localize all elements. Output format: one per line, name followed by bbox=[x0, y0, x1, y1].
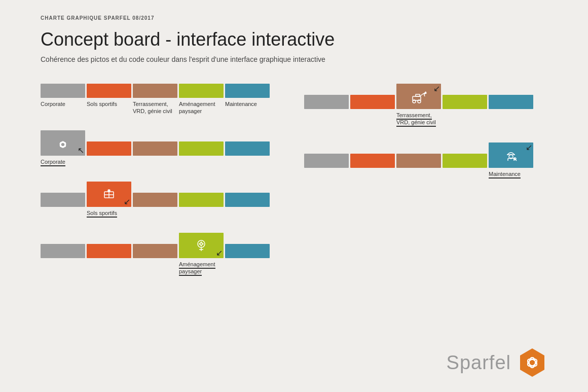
svg-point-12 bbox=[200, 243, 203, 245]
right-bar-amenagement-2[interactable] bbox=[443, 154, 487, 168]
main-title: Concept board - interface interactive bbox=[41, 29, 547, 50]
right-bar-amenagement-1[interactable] bbox=[443, 95, 487, 109]
svg-marker-27 bbox=[520, 348, 544, 377]
right-bars-row-2: ↙ bbox=[304, 142, 547, 168]
bars-row-1 bbox=[41, 84, 284, 98]
right-bar-sols-2[interactable] bbox=[350, 154, 395, 168]
label-amenagement-1: Aménagement paysager bbox=[179, 100, 224, 115]
bar-terrassement-1[interactable] bbox=[133, 84, 177, 98]
bar-corporate-1[interactable] bbox=[41, 84, 85, 98]
bars-row-3: ↙ bbox=[41, 182, 284, 207]
bar-amenagement-3[interactable] bbox=[179, 193, 224, 207]
label-sols-1: Sols sportifs bbox=[87, 100, 131, 115]
bars-row-2: ↖ bbox=[41, 130, 284, 156]
svg-point-4 bbox=[59, 141, 66, 148]
label-maintenance-1: Maintenance bbox=[225, 100, 270, 115]
bar-sols-2[interactable] bbox=[87, 141, 131, 156]
svg-rect-22 bbox=[416, 94, 420, 96]
bar-corporate-3[interactable] bbox=[41, 193, 85, 207]
bar-terrassement-2[interactable] bbox=[133, 141, 177, 156]
right-labels-row-1: Terrassement, VRD, génie civil bbox=[304, 112, 547, 127]
right-label-empty-1d bbox=[489, 112, 533, 127]
svg-point-8 bbox=[108, 190, 110, 192]
bar-amenagement-2[interactable] bbox=[179, 141, 224, 156]
right-bar-corporate-2[interactable] bbox=[304, 154, 349, 168]
section-row-4: ↙ Aménagement paysager bbox=[41, 233, 284, 276]
right-column: ↙ Terrassement, VRD, génie civil bbox=[304, 84, 547, 292]
logo-icon bbox=[517, 347, 547, 378]
right-bar-terrassement-1-active[interactable]: ↙ bbox=[396, 84, 441, 109]
right-bar-corporate-1[interactable] bbox=[304, 95, 349, 109]
corporate-icon bbox=[55, 135, 70, 151]
label-corporate-2: Corporate bbox=[41, 158, 85, 166]
labels-row-3: Sols sportifs bbox=[41, 209, 284, 218]
right-labels-row-2: Maintenance bbox=[304, 170, 547, 179]
bar-amenagement-1[interactable] bbox=[179, 84, 224, 98]
label-empty-3c bbox=[179, 209, 224, 218]
bar-maintenance-4[interactable] bbox=[225, 244, 270, 258]
bar-maintenance-1[interactable] bbox=[225, 84, 270, 98]
label-corporate-1: Corporate bbox=[41, 100, 85, 115]
right-label-empty-1b bbox=[350, 112, 395, 127]
maintenance-icon bbox=[504, 148, 518, 163]
labels-row-4: Aménagement paysager bbox=[41, 261, 284, 276]
right-section-row-2: ↙ Maintenance bbox=[304, 142, 547, 179]
right-label-empty-1a bbox=[304, 112, 349, 127]
label-terrassement-1: Terrassement, VRD, génie civil bbox=[133, 100, 177, 115]
subtitle: Cohérence des pictos et du code couleur … bbox=[41, 55, 547, 63]
terrassement-icon bbox=[411, 89, 427, 103]
labels-row-2: Corporate bbox=[41, 158, 284, 166]
right-label-empty-2a bbox=[304, 170, 349, 179]
label-empty-4b bbox=[87, 261, 131, 276]
label-amenagement-4: Aménagement paysager bbox=[179, 261, 224, 276]
page: CHARTE GRAPHIQUE SPARFEL 08/2017 Concept… bbox=[0, 0, 588, 307]
right-bar-maintenance-1[interactable] bbox=[489, 95, 533, 109]
right-bar-terrassement-2[interactable] bbox=[396, 154, 441, 168]
bar-amenagement-4-active[interactable]: ↙ bbox=[179, 233, 224, 258]
label-empty-2b bbox=[133, 158, 177, 166]
right-label-empty-1c bbox=[443, 112, 487, 127]
logo-text: Sparfel bbox=[447, 352, 511, 374]
bar-terrassement-3[interactable] bbox=[133, 193, 177, 207]
label-empty-3a bbox=[41, 209, 85, 218]
label-empty-4a bbox=[41, 261, 85, 276]
bar-sols-1[interactable] bbox=[87, 84, 131, 98]
section-row-3: ↙ Sols sportifs bbox=[41, 182, 284, 218]
bar-sols-3-active[interactable]: ↙ bbox=[87, 182, 131, 207]
right-label-empty-2c bbox=[396, 170, 441, 179]
label-empty-3b bbox=[133, 209, 177, 218]
amenagement-icon bbox=[194, 238, 209, 253]
bar-sols-4[interactable] bbox=[87, 244, 131, 258]
label-sols-3: Sols sportifs bbox=[87, 209, 131, 218]
right-bar-maintenance-2-active[interactable]: ↙ bbox=[489, 142, 533, 168]
left-column: Corporate Sols sportifs Terrassement, VR… bbox=[41, 84, 284, 292]
sols-icon bbox=[101, 187, 117, 202]
label-empty-2d bbox=[225, 158, 270, 166]
right-label-terrassement-1: Terrassement, VRD, génie civil bbox=[396, 112, 441, 127]
right-section-row-1: ↙ Terrassement, VRD, génie civil bbox=[304, 84, 547, 127]
right-label-empty-2b bbox=[350, 170, 395, 179]
bar-terrassement-4[interactable] bbox=[133, 244, 177, 258]
svg-line-20 bbox=[420, 93, 424, 96]
label-empty-4d bbox=[225, 261, 270, 276]
right-bar-sols-1[interactable] bbox=[350, 95, 395, 109]
section-row-2: ↖ Corporate bbox=[41, 130, 284, 166]
right-bars-row-1: ↙ bbox=[304, 84, 547, 109]
label-empty-2a bbox=[87, 158, 131, 166]
bar-corporate-2-active[interactable]: ↖ bbox=[41, 130, 85, 156]
bars-row-4: ↙ bbox=[41, 233, 284, 258]
bar-corporate-4[interactable] bbox=[41, 244, 85, 258]
section-row-1: Corporate Sols sportifs Terrassement, VR… bbox=[41, 84, 284, 115]
top-label: CHARTE GRAPHIQUE SPARFEL 08/2017 bbox=[41, 15, 547, 21]
right-label-maintenance-2: Maintenance bbox=[489, 170, 533, 179]
bar-maintenance-2[interactable] bbox=[225, 141, 270, 156]
label-empty-2c bbox=[179, 158, 224, 166]
label-empty-4c bbox=[133, 261, 177, 276]
bar-maintenance-3[interactable] bbox=[225, 193, 270, 207]
label-empty-3d bbox=[225, 209, 270, 218]
right-label-empty-2d bbox=[443, 170, 487, 179]
logo-area: Sparfel bbox=[447, 347, 547, 378]
labels-row-1: Corporate Sols sportifs Terrassement, VR… bbox=[41, 100, 284, 115]
